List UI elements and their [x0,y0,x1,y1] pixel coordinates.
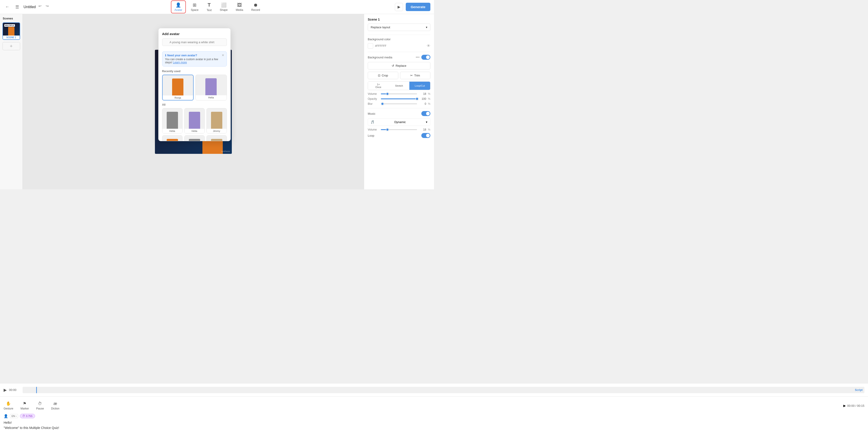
undo-button[interactable]: ↩ [38,4,45,10]
color-swatch[interactable] [368,43,373,49]
avatar-card-helia-1[interactable]: Helia [162,108,183,133]
scene-1-thumb[interactable]: MULTIPLE SCENE 1 [2,22,20,40]
all-avatars-label: All [162,103,227,106]
music-volume-slider-row: Volume 18 % [368,128,430,131]
blur-slider[interactable] [381,103,417,104]
avatar-card-helia-recent[interactable]: Helia [195,75,227,100]
opacity-slider-fill [381,98,417,99]
text-label: Text [207,9,212,12]
project-title: Untitled [24,5,36,9]
avatar-card-helia-recent-img [196,75,227,95]
loop-label: Loop [368,134,374,137]
replace-layout-select[interactable]: Replace layout ▾ [368,24,430,31]
opacity-slider-thumb[interactable] [415,97,418,100]
opacity-slider[interactable] [381,98,417,99]
color-hex-value: #FFFFFF [375,44,386,48]
music-volume-slider[interactable] [381,129,417,130]
scene-title: Scene 1 [368,18,430,21]
music-toggle[interactable] [421,111,430,116]
nav-tool-record[interactable]: ⏺ Record [248,1,263,13]
avatar-6-figure [211,139,222,141]
replace-button[interactable]: ↺ Replace [368,62,430,69]
background-media-controls: ••• [416,55,430,60]
right-panel: Scene 1 Replace layout ▾ Background colo… [364,14,434,189]
blur-slider-thumb[interactable] [381,102,384,105]
nav-tool-text[interactable]: T Text [204,1,215,13]
avatar-label: Avatar [174,8,182,11]
music-volume-value: 18 [419,128,426,131]
jimmy-img [207,109,227,129]
avatar-panel: Add avatar 🔍 ℹ Need your own avatar? You… [158,28,231,141]
avatar-panel-title: Add avatar [162,32,227,36]
avatar-card-jimmy[interactable]: Jimmy [207,108,227,133]
more-options-icon[interactable]: ••• [416,55,420,59]
avatar-card-4[interactable] [162,135,183,141]
topbar-right: ▶ Generate [395,3,430,11]
volume-value: 18 [419,92,426,95]
replace-layout-label: Replace layout [371,26,390,29]
nav-tool-shape[interactable]: ⬜ Shape [217,1,231,13]
avatar-search-input[interactable] [162,38,227,46]
avatar-5-img [185,135,205,141]
space-label: Space [191,8,198,11]
back-button[interactable]: ← [4,3,11,11]
banner-body: You can create a custom avatar in just a… [165,58,224,64]
background-media-label: Background media [368,56,392,59]
avatar-icon: 👤 [176,2,181,8]
helia-1-figure [167,112,178,129]
loop-cut-button[interactable]: Loop/Cut [409,82,430,90]
crop-button[interactable]: ⊡ Crop [368,72,398,79]
opacity-label: Opacity [368,97,379,100]
music-volume-slider-thumb[interactable] [386,128,389,131]
trim-icon: ✂ [410,74,413,77]
redo-button[interactable]: ↪ [46,4,52,10]
main-layout: Scenes MULTIPLE SCENE 1 + synthesia Add … [0,14,434,189]
helia-2-img [185,109,205,129]
scenes-sidebar: Scenes MULTIPLE SCENE 1 + [0,14,23,189]
banner-learn-more-link[interactable]: Learn more [173,61,187,64]
nav-tool-avatar[interactable]: 👤 Avatar [171,0,186,13]
avatar-search-wrap: 🔍 [162,38,227,49]
preview-play-button[interactable]: ▶ [395,3,403,11]
volume-slider-row: Volume 18 % [368,92,430,95]
avatar-card-helia-2[interactable]: Helia [184,108,205,133]
avatar-card-5[interactable] [184,135,205,141]
nav-tool-space[interactable]: ⊞ Space [188,1,202,13]
background-color-label: Background color [368,37,391,41]
menu-button[interactable]: ☰ [13,3,21,11]
helia-2-figure [189,112,200,129]
background-color-row: Background color [368,37,430,41]
trim-label: Trim [414,74,420,77]
music-select[interactable]: 🎵 Dynamic ▾ [368,118,430,126]
avatar-5-figure [189,139,200,141]
loop-toggle[interactable] [421,133,430,138]
once-icon: 1× [377,83,380,86]
trim-button[interactable]: ✂ Trim [400,72,431,79]
stretch-button[interactable]: Stretch [389,82,410,90]
volume-slider[interactable] [381,93,417,94]
divider-3 [368,108,430,109]
opacity-unit: % [428,97,430,100]
nav-tool-media[interactable]: 🖼 Media [232,1,246,13]
volume-label: Volume [368,92,379,95]
once-button[interactable]: 1× Once [368,82,389,90]
record-icon: ⏺ [253,2,258,8]
crop-trim-row: ⊡ Crop ✂ Trim [368,72,430,79]
volume-slider-thumb[interactable] [386,92,389,95]
banner-close-button[interactable]: ✕ [222,53,224,57]
background-media-toggle[interactable] [421,55,430,60]
avatar-6-img [207,135,227,141]
generate-button[interactable]: Generate [406,3,430,11]
add-scene-button[interactable]: + [2,42,20,50]
scene-logo: MULTIPLE [4,24,15,27]
text-icon: T [208,2,211,8]
topbar-left: ← ☰ Untitled ↩ ↪ [4,3,52,11]
blur-unit: % [428,102,430,105]
replace-icon: ↺ [392,64,394,67]
color-eye-icon[interactable]: 👁 [427,44,430,48]
avatar-card-6[interactable] [207,135,227,141]
shape-icon: ⬜ [221,2,227,8]
avatar-card-ronja[interactable]: Ronja [162,75,194,100]
music-volume-unit: % [428,128,430,131]
media-icon: 🖼 [237,2,242,8]
